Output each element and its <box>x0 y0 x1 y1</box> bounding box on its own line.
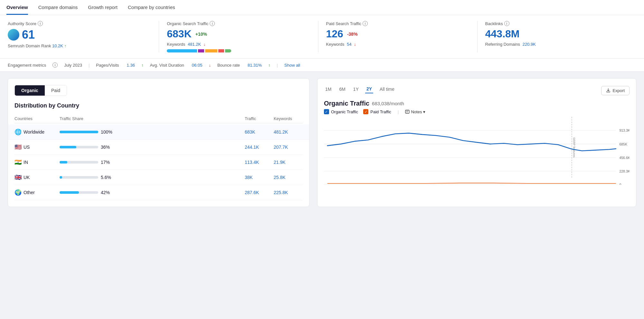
country-name: 🌐 Worldwide <box>14 128 60 136</box>
legend-paid: ✓ Paid Traffic <box>363 109 391 114</box>
organic-search-info-icon[interactable]: i <box>210 21 215 26</box>
authority-score-block: Authority Score i 61 Semrush Domain Rank… <box>8 21 159 52</box>
kw-bar-green <box>225 49 231 52</box>
chart-legend: ✓ Organic Traffic ✓ Paid Traffic | Notes… <box>324 109 630 114</box>
tab-organic-btn[interactable]: Organic <box>15 85 45 96</box>
keywords-value: 25.8K <box>274 175 303 180</box>
export-button[interactable]: Export <box>601 86 630 95</box>
time-filter-2Y[interactable]: 2Y <box>365 85 373 93</box>
country-name: 🇮🇳 IN <box>14 159 60 166</box>
paid-search-info-icon[interactable]: i <box>363 21 368 26</box>
chart-container: SERP features 913.3K 685K 456.6K 228.3K … <box>324 117 630 186</box>
paid-search-keywords: Keywords 54 ↓ <box>326 42 469 47</box>
pages-visits-label: Pages/Visits <box>96 63 119 68</box>
table-row: 🌍 Other 42% 287.6K 225.8K <box>14 185 303 200</box>
tab-overview[interactable]: Overview <box>6 0 28 15</box>
traffic-bar-fill <box>60 161 67 164</box>
table-row: 🇮🇳 IN 17% 113.4K 21.9K <box>14 155 303 170</box>
legend-sep: | <box>398 109 399 114</box>
authority-score-icon <box>8 29 19 41</box>
authority-score-label: Authority Score i <box>8 21 151 26</box>
tab-paid-btn[interactable]: Paid <box>45 85 67 96</box>
authority-score-sub: Semrush Domain Rank 10.2K ↑ <box>8 43 151 48</box>
sep2: | <box>277 63 278 68</box>
backlinks-info-icon[interactable]: i <box>504 21 509 26</box>
traffic-bar-bg <box>60 191 98 194</box>
right-panel: 1M6M1Y2YAll time Export Organic Traffic … <box>317 78 636 207</box>
nav-tabs: Overview Compare domains Growth report C… <box>0 0 644 15</box>
notes-icon <box>405 109 410 114</box>
export-icon <box>606 88 611 93</box>
traffic-bar-cell: 17% <box>60 160 245 165</box>
notes-chevron: ▾ <box>423 109 425 114</box>
country-flag: 🌍 <box>14 189 22 196</box>
time-filter-1M[interactable]: 1M <box>324 85 333 93</box>
svg-text:456.6K: 456.6K <box>619 156 630 160</box>
tab-compare-domains[interactable]: Compare domains <box>38 0 78 15</box>
svg-text:913.3K: 913.3K <box>619 128 630 132</box>
svg-text:685K: 685K <box>619 142 627 146</box>
time-filter-All-time[interactable]: All time <box>378 85 396 93</box>
traffic-value: 38K <box>245 175 274 180</box>
backlinks-value: 443.8M <box>485 28 629 40</box>
backlinks-block: Backlinks i 443.8M Referring Domains 220… <box>478 21 636 52</box>
kw-bar-orange <box>205 49 217 52</box>
time-filter-6M[interactable]: 6M <box>338 85 346 93</box>
metrics-bar: Authority Score i 61 Semrush Domain Rank… <box>0 15 644 59</box>
kw-bar-red <box>218 49 224 52</box>
show-all-link[interactable]: Show all <box>284 63 300 68</box>
col-keywords: Keywords <box>274 116 303 121</box>
table-row: 🇬🇧 UK 5.6% 38K 25.8K <box>14 170 303 185</box>
traffic-bar-cell: 42% <box>60 190 245 195</box>
time-filter-row: 1M6M1Y2YAll time <box>324 85 400 93</box>
engagement-info-icon[interactable]: i <box>52 62 58 68</box>
pages-visits-trend: ↑ <box>141 63 144 68</box>
left-panel: Organic Paid Distribution by Country Cou… <box>8 78 309 207</box>
traffic-bar-bg <box>60 161 98 164</box>
tab-growth-report[interactable]: Growth report <box>88 0 118 15</box>
kw-bar-purple <box>198 49 204 52</box>
country-table: 🌐 Worldwide 100% 683K 481.2K 🇺🇸 US 36% 2… <box>14 125 303 200</box>
tab-compare-countries[interactable]: Compare by countries <box>128 0 175 15</box>
traffic-bar-bg <box>60 146 98 148</box>
traffic-value: 683K <box>245 129 274 135</box>
avg-visit-trend: ↓ <box>209 63 211 68</box>
organic-search-value: 683K +10% <box>167 28 310 40</box>
traffic-value: 244.1K <box>245 145 274 150</box>
chart-controls: 1M6M1Y2YAll time Export <box>324 85 630 96</box>
serp-label: SERP features <box>573 137 576 158</box>
keyword-bars <box>167 49 231 52</box>
engagement-date: July 2023 <box>64 63 82 68</box>
col-traffic: Traffic <box>245 116 274 121</box>
engagement-bar: Engagement metrics i July 2023 | Pages/V… <box>0 59 644 72</box>
legend-organic: ✓ Organic Traffic <box>324 109 358 114</box>
keywords-value: 225.8K <box>274 190 303 195</box>
backlinks-referring: Referring Domains 220.9K <box>485 42 629 47</box>
traffic-value: 287.6K <box>245 190 274 195</box>
backlinks-label: Backlinks i <box>485 21 629 26</box>
country-flag: 🌐 <box>14 128 22 136</box>
organic-search-keywords: Keywords 481.2K ↓ <box>167 42 310 47</box>
traffic-bar-fill <box>60 176 62 179</box>
country-flag: 🇬🇧 <box>14 174 22 181</box>
table-row: 🇺🇸 US 36% 244.1K 207.7K <box>14 140 303 155</box>
paid-search-label: Paid Search Traffic i <box>326 21 469 26</box>
col-traffic-share: Traffic Share <box>60 116 245 121</box>
authority-score-info-icon[interactable]: i <box>38 21 43 26</box>
authority-score-value: 61 <box>8 28 151 42</box>
paid-search-value: 126 -38% <box>326 28 469 40</box>
distribution-title: Distribution by Country <box>14 102 303 109</box>
time-filter-1Y[interactable]: 1Y <box>352 85 360 93</box>
kw-bar-blue <box>167 49 197 52</box>
svg-text:228.3K: 228.3K <box>619 169 630 173</box>
traffic-bar-fill <box>60 146 76 148</box>
country-name: 🇺🇸 US <box>14 144 60 151</box>
traffic-bar-bg <box>60 131 98 133</box>
bounce-value: 81.31% <box>248 63 262 68</box>
notes-button[interactable]: Notes ▾ <box>405 109 425 114</box>
country-flag: 🇮🇳 <box>14 159 22 166</box>
organic-search-block: Organic Search Traffic i 683K +10% Keywo… <box>159 21 318 52</box>
keywords-value: 481.2K <box>274 129 303 135</box>
organic-check: ✓ <box>324 109 329 114</box>
svg-rect-0 <box>405 110 409 113</box>
